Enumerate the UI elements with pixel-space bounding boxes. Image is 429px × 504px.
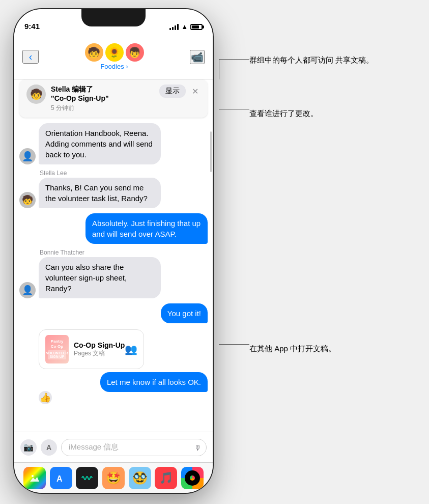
msg-avatar-4: 👤	[19, 282, 36, 298]
signal-bar-2	[172, 27, 174, 30]
svg-point-0	[32, 475, 34, 477]
callout-1-hline	[219, 59, 249, 60]
group-name[interactable]: Foodies	[100, 63, 128, 70]
drawer-fitness-app[interactable]	[181, 467, 204, 489]
phone-frame: 9:41 ▲ ‹	[14, 9, 213, 493]
notif-time: 5 分钟前	[51, 104, 159, 113]
message-row-3: Absolutely. Just finishing that up and w…	[19, 213, 208, 244]
message-group-1: 👤 Orientation Handbook, Reena. Adding co…	[19, 123, 208, 165]
callout-area: 群组中的每个人都可访问 共享文稿。 查看谁进行了更改。 在其他 App 中打开文…	[219, 0, 422, 504]
message-row-7: Let me know if all looks OK.	[19, 372, 208, 392]
sender-name-bonnie: Bonnie Thatcher	[40, 249, 208, 256]
doc-card[interactable]: PantryCo-Op VOLUNTEERSIGN UP Co-Op Sign-…	[39, 329, 144, 369]
input-placeholder: iMessage 信息	[69, 442, 119, 452]
collaborate-icon[interactable]: 👥	[125, 343, 137, 355]
notif-title: Stella 编辑了"Co-Op Sign-Up"	[51, 85, 159, 103]
tapback-thumbsup: 👍	[39, 391, 52, 404]
message-group-7: Let me know if all looks OK. 👍	[19, 372, 208, 404]
nav-bar: ‹ 🧒 🌻 👦 Foodies 📹	[14, 35, 213, 79]
callout-3-hline	[219, 344, 249, 345]
video-call-button[interactable]: 📹	[190, 50, 205, 64]
signal-bars	[169, 24, 179, 30]
camera-button[interactable]: 📷	[20, 439, 37, 456]
app-drawer: A 🤩 🥸 🎵	[14, 462, 213, 493]
bubble-4: Can you also share the volunteer sign-up…	[39, 257, 161, 298]
doc-thumbnail: PantryCo-Op VOLUNTEERSIGN UP	[45, 335, 69, 363]
message-group-3: Absolutely. Just finishing that up and w…	[19, 213, 208, 245]
callout-1-vline	[219, 59, 219, 79]
app-button[interactable]: A	[41, 439, 57, 456]
doc-info: Co-Op Sign-Up Pages 文稿	[74, 341, 125, 358]
message-group-5: You got it!	[19, 303, 208, 324]
bubble-2: Thanks, B! Can you send me the volunteer…	[39, 178, 161, 208]
drawer-photos-app[interactable]	[23, 467, 46, 489]
svg-marker-1	[30, 477, 39, 482]
back-button[interactable]: ‹	[22, 50, 39, 64]
message-row-1: 👤 Orientation Handbook, Reena. Adding co…	[19, 123, 208, 164]
input-wrapper: iMessage 信息 🎙	[61, 439, 207, 456]
doc-title: Co-Op Sign-Up	[74, 341, 125, 349]
drawer-memoji1-app[interactable]: 🤩	[102, 467, 125, 489]
bubble-3: Absolutely. Just finishing that up and w…	[85, 213, 208, 244]
drawer-memoji2-app[interactable]: 🥸	[129, 467, 151, 489]
msg-avatar-2: 🧒	[19, 192, 36, 208]
mic-icon: 🎙	[194, 443, 202, 452]
svg-text:A: A	[56, 474, 63, 483]
message-row-2: 🧒 Thanks, B! Can you send me the volunte…	[19, 178, 208, 208]
nav-avatars: 🧒 🌻 👦	[85, 43, 144, 62]
sender-name-stella: Stella Lee	[40, 170, 208, 177]
notif-actions: 显示 ✕	[159, 85, 201, 98]
nav-center[interactable]: 🧒 🌻 👦 Foodies	[39, 43, 190, 70]
input-bar: 📷 A iMessage 信息 🎙	[14, 432, 213, 462]
battery-fill	[192, 25, 199, 29]
group-avatar-2: 🌻	[105, 43, 124, 62]
tapback-row: 👍	[19, 391, 208, 404]
doc-subtitle: Pages 文稿	[74, 349, 125, 358]
notch	[81, 9, 146, 26]
message-row-5: You got it!	[19, 303, 208, 323]
group-avatar-1: 🧒	[85, 43, 103, 62]
callout-3-text: 在其他 App 中打开文稿。	[249, 344, 336, 354]
group-avatar-3: 👦	[126, 43, 144, 62]
battery-icon	[190, 24, 203, 30]
phone-screen: 9:41 ▲ ‹	[14, 9, 213, 493]
callout-2-hline	[219, 109, 249, 109]
bubble-5: You got it!	[161, 303, 208, 323]
doc-card-row[interactable]: PantryCo-Op VOLUNTEERSIGN UP Co-Op Sign-…	[19, 328, 208, 370]
wifi-icon: ▲	[181, 23, 188, 31]
notif-show-button[interactable]: 显示	[159, 85, 186, 98]
shared-notification: 🧒 Stella 编辑了"Co-Op Sign-Up" 5 分钟前 显示 ✕	[19, 79, 208, 118]
notif-avatar: 🧒	[26, 85, 46, 104]
drawer-appstore-app[interactable]: A	[50, 467, 72, 489]
notif-content: Stella 编辑了"Co-Op Sign-Up" 5 分钟前	[51, 85, 159, 113]
drawer-music-app[interactable]: 🎵	[155, 467, 177, 489]
signal-bar-3	[175, 25, 176, 30]
notif-close-button[interactable]: ✕	[190, 87, 201, 96]
chat-content: 👤 Orientation Handbook, Reena. Adding co…	[14, 120, 213, 432]
bubble-1: Orientation Handbook, Reena. Adding comm…	[39, 123, 161, 164]
message-group-4: Bonnie Thatcher 👤 Can you also share the…	[19, 249, 208, 299]
bubble-7: Let me know if all looks OK.	[100, 372, 208, 392]
callout-1-text: 群组中的每个人都可访问 共享文稿。	[249, 54, 374, 66]
msg-avatar-1: 👤	[19, 148, 36, 164]
status-icons: ▲	[169, 23, 203, 31]
callout-2-text: 查看谁进行了更改。	[249, 109, 318, 119]
signal-bar-1	[169, 28, 171, 30]
drawer-sound-app[interactable]	[76, 467, 98, 489]
message-group-2: Stella Lee 🧒 Thanks, B! Can you send me …	[19, 170, 208, 209]
scene: 9:41 ▲ ‹	[0, 0, 429, 504]
message-input[interactable]: iMessage 信息	[61, 439, 207, 456]
message-row-4: 👤 Can you also share the volunteer sign-…	[19, 257, 208, 298]
signal-bar-4	[177, 24, 179, 30]
